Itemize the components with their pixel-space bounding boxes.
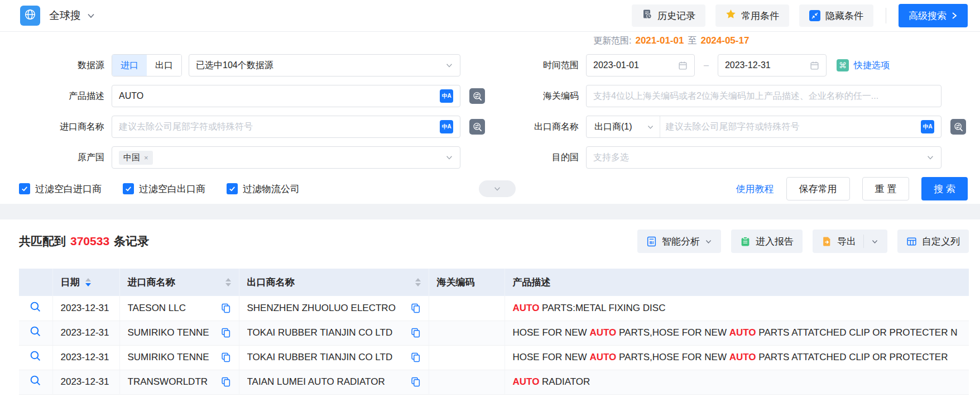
product-desc-input[interactable] bbox=[119, 91, 440, 101]
row-magnifier-icon[interactable] bbox=[30, 301, 41, 313]
quick-options-link[interactable]: 快捷选项 bbox=[854, 60, 890, 71]
dest-country-input[interactable] bbox=[593, 152, 926, 163]
collapse-form-button[interactable] bbox=[479, 180, 516, 197]
match-mode-icon[interactable] bbox=[469, 119, 485, 135]
table-header-row: 日期 进口商名称 出口商名称 海关编码 产品描述 bbox=[19, 269, 969, 296]
data-source-toggle: 进口 出口 bbox=[112, 54, 182, 77]
copy-icon[interactable] bbox=[411, 352, 421, 362]
table-row[interactable]: 2023-12-31 TAESON LLC SHENZHEN ZHUOLUO E… bbox=[19, 296, 969, 321]
filter-label: 过滤空白出口商 bbox=[139, 183, 205, 195]
hs-code-input[interactable] bbox=[593, 91, 934, 101]
search-button[interactable]: 搜 索 bbox=[921, 177, 968, 200]
advanced-search-button[interactable]: 高级搜索 bbox=[899, 4, 968, 27]
sort-icon[interactable] bbox=[85, 278, 91, 286]
filter-blank-exporter[interactable]: 过滤空白出口商 bbox=[123, 183, 205, 195]
cell-exporter[interactable]: TAIAN LUMEI AUTO RADIATOR bbox=[247, 376, 385, 388]
data-source-select[interactable]: 已选中104个数据源 bbox=[189, 54, 460, 77]
search-form: 更新范围: 2021-01-01 至 2024-05-17 数据源 进口 出口 … bbox=[0, 32, 980, 204]
form-actions: 使用教程 保存常用 重 置 搜 索 bbox=[736, 177, 968, 200]
match-mode-icon[interactable] bbox=[469, 88, 485, 104]
quick-options-icon: ⌘ bbox=[837, 59, 849, 71]
app-logo bbox=[20, 6, 40, 26]
checkbox-checked-icon[interactable] bbox=[123, 183, 134, 194]
history-label: 历史记录 bbox=[657, 9, 695, 22]
tab-export[interactable]: 出口 bbox=[147, 55, 181, 76]
cell-importer[interactable]: SUMIRIKO TENNE bbox=[128, 352, 209, 363]
hide-conditions-button[interactable]: 隐藏条件 bbox=[799, 4, 873, 27]
cell-importer[interactable]: SUMIRIKO TENNE bbox=[128, 327, 209, 338]
filter-blank-importer[interactable]: 过滤空白进口商 bbox=[19, 183, 102, 195]
cell-hs-code bbox=[429, 321, 505, 345]
row-magnifier-icon[interactable] bbox=[30, 326, 41, 337]
copy-icon[interactable] bbox=[221, 377, 231, 387]
cell-exporter[interactable]: TOKAI RUBBER TIANJIN CO LTD bbox=[247, 327, 393, 338]
remove-tag-icon[interactable]: × bbox=[144, 154, 148, 162]
importer-label: 进口商名称 bbox=[0, 121, 112, 133]
checkbox-checked-icon[interactable] bbox=[227, 183, 238, 194]
filter-label: 过滤物流公司 bbox=[243, 183, 300, 195]
header-date[interactable]: 日期 bbox=[52, 269, 119, 296]
tab-import[interactable]: 进口 bbox=[112, 55, 147, 76]
exporter-label: 出口商名称 bbox=[502, 121, 586, 133]
row-magnifier-icon[interactable] bbox=[30, 375, 41, 386]
data-source-label: 数据源 bbox=[0, 60, 112, 71]
results-table-body: 2023-12-31 TAESON LLC SHENZHEN ZHUOLUO E… bbox=[19, 296, 969, 394]
topbar: 全球搜 历史记录 常用条件 隐藏条件 高级搜索 bbox=[0, 0, 980, 32]
tutorial-link[interactable]: 使用教程 bbox=[736, 183, 774, 195]
filter-label: 过滤空白进口商 bbox=[35, 183, 102, 195]
smart-analysis-button[interactable]: BI 智能分析 bbox=[637, 230, 721, 253]
translate-icon[interactable]: 中A bbox=[440, 120, 453, 133]
save-common-button[interactable]: 保存常用 bbox=[786, 177, 850, 200]
product-desc-field: 中A bbox=[112, 85, 460, 107]
history-button[interactable]: 历史记录 bbox=[632, 4, 705, 27]
date-end-value[interactable] bbox=[725, 60, 810, 70]
export-button[interactable]: 导出 bbox=[813, 230, 887, 253]
cell-date: 2023-12-31 bbox=[52, 321, 119, 345]
custom-columns-button[interactable]: 自定义列 bbox=[897, 230, 969, 253]
globe-icon bbox=[24, 8, 36, 23]
divider bbox=[863, 235, 864, 248]
date-start-value[interactable] bbox=[593, 60, 678, 70]
origin-country-select[interactable]: 中国 × bbox=[112, 146, 460, 169]
update-range: 更新范围: 2021-01-01 至 2024-05-17 bbox=[593, 34, 980, 47]
export-icon bbox=[822, 236, 832, 247]
favorites-label: 常用条件 bbox=[741, 9, 779, 22]
favorites-button[interactable]: 常用条件 bbox=[715, 4, 789, 27]
table-row[interactable]: 2023-12-31 TRANSWORLDTR TAIAN LUMEI AUTO… bbox=[19, 370, 969, 394]
row-magnifier-icon[interactable] bbox=[30, 350, 41, 362]
cell-exporter[interactable]: TOKAI RUBBER TIANJIN CO LTD bbox=[247, 352, 393, 363]
copy-icon[interactable] bbox=[411, 303, 421, 313]
date-start-input[interactable] bbox=[586, 54, 695, 77]
svg-text:BI: BI bbox=[650, 240, 654, 245]
cell-importer[interactable]: TAESON LLC bbox=[128, 303, 186, 314]
match-mode-icon[interactable] bbox=[950, 119, 966, 135]
sort-icon[interactable] bbox=[415, 278, 421, 286]
header-importer[interactable]: 进口商名称 bbox=[119, 269, 239, 296]
copy-icon[interactable] bbox=[221, 328, 231, 338]
filter-logistics[interactable]: 过滤物流公司 bbox=[227, 183, 300, 195]
table-row[interactable]: 2023-12-31 SUMIRIKO TENNE TOKAI RUBBER T… bbox=[19, 321, 969, 345]
sort-icon[interactable] bbox=[225, 278, 231, 286]
cell-importer[interactable]: TRANSWORLDTR bbox=[128, 376, 208, 388]
table-row[interactable]: 2023-12-31 SUMIRIKO TENNE TOKAI RUBBER T… bbox=[19, 345, 969, 370]
copy-icon[interactable] bbox=[411, 377, 421, 387]
chevron-down-icon[interactable] bbox=[871, 238, 878, 245]
checkbox-checked-icon[interactable] bbox=[19, 183, 30, 194]
copy-icon[interactable] bbox=[411, 328, 421, 338]
chevron-down-icon[interactable] bbox=[87, 11, 95, 20]
dest-country-select[interactable] bbox=[586, 146, 941, 169]
translate-icon[interactable]: 中A bbox=[921, 120, 934, 133]
exporter-type-select[interactable]: 出口商(1) bbox=[593, 116, 660, 137]
copy-icon[interactable] bbox=[221, 303, 231, 313]
count-prefix: 共匹配到 bbox=[19, 233, 66, 249]
header-exporter[interactable]: 出口商名称 bbox=[239, 269, 429, 296]
importer-input[interactable] bbox=[119, 122, 440, 132]
cell-exporter[interactable]: SHENZHEN ZHUOLUO ELECTRO bbox=[247, 303, 396, 314]
exporter-input[interactable] bbox=[666, 122, 921, 132]
copy-icon[interactable] bbox=[221, 352, 231, 362]
reset-button[interactable]: 重 置 bbox=[862, 177, 910, 200]
translate-icon[interactable]: 中A bbox=[440, 89, 453, 103]
date-end-input[interactable] bbox=[718, 54, 827, 77]
enter-report-button[interactable]: 进入报告 bbox=[731, 230, 803, 253]
cell-product: HOSE FOR NEW AUTO PARTS,HOSE FOR NEW AUT… bbox=[505, 345, 969, 370]
